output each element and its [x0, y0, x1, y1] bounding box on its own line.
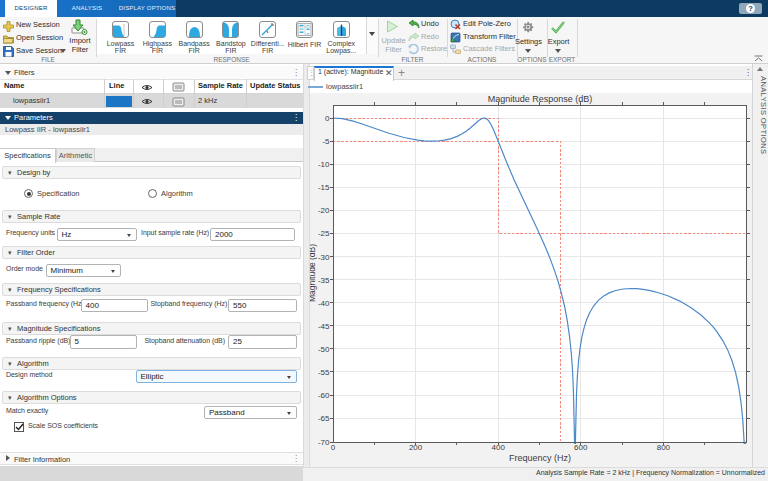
svg-text:-35: -35 [318, 276, 330, 285]
svg-text:-30: -30 [318, 253, 330, 262]
svg-text:0: 0 [331, 443, 336, 452]
svg-text:-65: -65 [318, 414, 330, 423]
svg-text:-50: -50 [318, 345, 330, 354]
svg-text:0: 0 [325, 114, 330, 123]
svg-text:800: 800 [657, 443, 671, 452]
svg-text:-15: -15 [318, 183, 330, 192]
svg-text:200: 200 [409, 443, 423, 452]
svg-text:-25: -25 [318, 229, 330, 238]
svg-text:-55: -55 [318, 368, 330, 377]
svg-text:-5: -5 [322, 137, 330, 146]
svg-text:-70: -70 [318, 438, 330, 447]
svg-text:Frequency (Hz): Frequency (Hz) [509, 453, 571, 463]
svg-text:Magnitude Response (dB): Magnitude Response (dB) [488, 94, 593, 104]
svg-text:400: 400 [492, 443, 506, 452]
svg-text:Magnitude (dB): Magnitude (dB) [310, 244, 317, 302]
svg-text:-10: -10 [318, 160, 330, 169]
svg-text:-45: -45 [318, 322, 330, 331]
svg-text:-20: -20 [318, 206, 330, 215]
svg-text:600: 600 [574, 443, 588, 452]
svg-text:-40: -40 [318, 299, 330, 308]
svg-text:-60: -60 [318, 391, 330, 400]
